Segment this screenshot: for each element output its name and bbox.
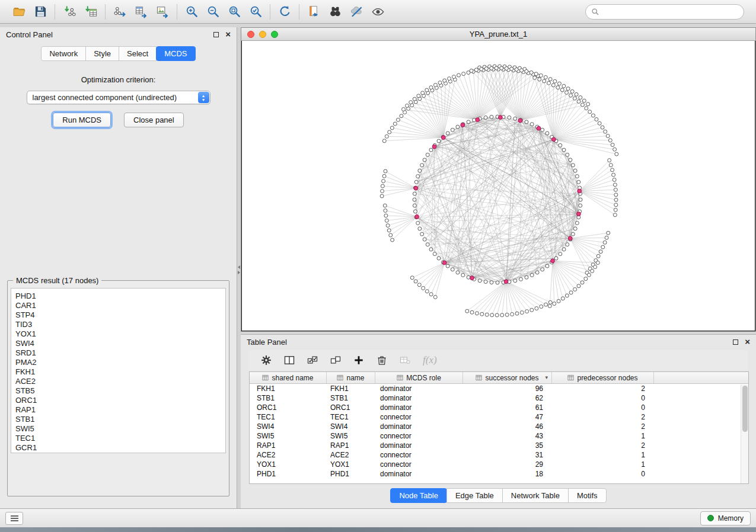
export-network-button[interactable] (110, 3, 130, 21)
zoom-in-button[interactable] (181, 3, 202, 21)
memory-label: Memory (718, 514, 744, 523)
column-header-predecessor-nodes[interactable]: predecessor nodes (552, 372, 654, 383)
table-row[interactable]: PHD1PHD1dominator180 (250, 469, 748, 479)
close-table-panel-icon[interactable]: × (745, 339, 750, 345)
panel-splitter[interactable] (237, 27, 241, 508)
zoom-in-icon (185, 5, 199, 18)
mcds-result-item[interactable]: CAR1 (15, 301, 225, 310)
tab-motifs[interactable]: Motifs (568, 488, 607, 503)
tab-select[interactable]: Select (119, 46, 157, 61)
mcds-result-item[interactable]: GCR1 (15, 443, 225, 453)
table-row[interactable]: ORC1ORC1dominator610 (250, 403, 748, 412)
column-header-label: name (346, 374, 364, 382)
table-settings-button[interactable] (260, 354, 273, 367)
delete-column-button[interactable] (375, 354, 388, 367)
window-minimize-icon[interactable] (259, 31, 266, 38)
table-scrollbar[interactable] (741, 384, 748, 483)
table-row[interactable]: SWI4SWI4dominator462 (250, 422, 748, 431)
mcds-result-item[interactable]: STB5 (15, 386, 225, 396)
unchecked-boxes-icon (330, 354, 342, 366)
table-cell: connector (375, 460, 463, 469)
window-maximize-icon[interactable] (271, 31, 278, 38)
mcds-result-item[interactable]: SRD1 (15, 348, 225, 358)
table-cell: SWI5 (250, 432, 327, 440)
table-cell: STB1 (250, 394, 327, 402)
table-scrollbar-thumb[interactable] (742, 386, 748, 432)
deselect-all-columns-button[interactable] (329, 354, 342, 367)
control-panel-tabs: Network Style Select MCDS (0, 46, 237, 61)
close-panel-button[interactable]: Close panel (124, 113, 184, 127)
mcds-result-item[interactable]: STB1 (15, 415, 225, 424)
export-table-button[interactable] (131, 3, 151, 21)
criterion-dropdown[interactable]: largest connected component (undirected)… (27, 91, 210, 104)
mcds-result-item[interactable]: PHD1 (15, 291, 225, 301)
zoom-fit-button[interactable] (224, 3, 244, 21)
select-all-columns-button[interactable] (306, 354, 319, 367)
table-cell: dominator (375, 394, 463, 402)
run-mcds-button[interactable]: Run MCDS (53, 113, 111, 127)
float-table-panel-icon[interactable] (733, 339, 738, 345)
mcds-result-title: MCDS result (17 nodes) (13, 276, 101, 285)
mcds-result-item[interactable]: SWI4 (15, 339, 225, 348)
share-document-button[interactable] (304, 3, 324, 21)
window-close-icon[interactable] (247, 31, 254, 38)
table-cell: 47 (463, 413, 552, 421)
create-column-button[interactable] (352, 354, 365, 367)
import-table-button[interactable] (81, 3, 101, 21)
table-row[interactable]: YOX1YOX1connector291 (250, 460, 748, 469)
column-header-shared-name[interactable]: shared name (250, 372, 327, 383)
table-row[interactable]: STB1STB1dominator620 (250, 393, 748, 403)
table-cell: FKH1 (327, 384, 375, 393)
tab-node-table[interactable]: Node Table (390, 488, 447, 503)
tab-style[interactable]: Style (85, 46, 119, 61)
column-header-successor-nodes[interactable]: successor nodes▾ (463, 372, 552, 383)
table-cell: dominator (375, 441, 463, 450)
mcds-result-item[interactable]: ORC1 (15, 396, 225, 405)
clear-style-button[interactable] (346, 3, 366, 21)
table-row[interactable]: FKH1FKH1dominator962 (250, 384, 748, 393)
first-neighbors-button[interactable] (325, 3, 345, 21)
mcds-result-item[interactable]: ACE2 (15, 377, 225, 386)
open-session-button[interactable] (9, 3, 29, 21)
tab-network[interactable]: Network (41, 46, 86, 61)
mcds-result-item[interactable]: YOX1 (15, 329, 225, 339)
search-input[interactable] (603, 8, 738, 16)
status-menu-button[interactable] (5, 512, 23, 525)
export-image-button[interactable] (152, 3, 173, 21)
import-network-button[interactable] (59, 3, 79, 21)
table-row[interactable]: SWI5SWI5connector431 (250, 431, 748, 441)
save-session-button[interactable] (30, 3, 50, 21)
table-cell: 46 (463, 422, 552, 431)
table-row[interactable]: ACE2ACE2connector311 (250, 450, 748, 460)
mcds-result-item[interactable]: PMA2 (15, 358, 225, 367)
mcds-result-item[interactable]: SWI5 (15, 424, 225, 434)
zoom-selected-button[interactable] (245, 3, 266, 21)
column-header-MCDS-role[interactable]: MCDS role (375, 372, 463, 383)
table-cell: 2 (552, 413, 654, 421)
memory-button[interactable]: Memory (700, 511, 751, 525)
control-panel: Control Panel × Network Style Select MCD… (0, 27, 237, 508)
binoculars-icon (328, 5, 342, 18)
column-header-name[interactable]: name (327, 372, 375, 383)
table-row[interactable]: TEC1TEC1connector472 (250, 412, 748, 422)
table-cell: YOX1 (327, 460, 375, 469)
search-field[interactable] (585, 4, 744, 20)
network-canvas[interactable] (242, 41, 755, 331)
apply-layout-button[interactable] (275, 3, 295, 21)
mcds-result-item[interactable]: STP4 (15, 310, 225, 320)
mcds-result-item[interactable]: FKH1 (15, 367, 225, 377)
zoom-out-button[interactable] (203, 3, 223, 21)
mcds-result-item[interactable]: RAP1 (15, 405, 225, 415)
tab-edge-table[interactable]: Edge Table (446, 488, 503, 503)
tab-network-table[interactable]: Network Table (502, 488, 569, 503)
table-row[interactable]: RAP1RAP1dominator352 (250, 441, 748, 450)
trash-icon (376, 354, 388, 366)
mcds-result-item[interactable]: TEC1 (15, 434, 225, 443)
mcds-result-item[interactable]: TID3 (15, 320, 225, 329)
show-columns-button[interactable] (283, 354, 296, 367)
show-details-button[interactable] (368, 3, 388, 21)
close-panel-icon[interactable]: × (225, 31, 231, 37)
tab-mcds[interactable]: MCDS (156, 46, 195, 61)
splitter-collapse-icon[interactable] (237, 263, 241, 276)
float-panel-icon[interactable] (213, 32, 219, 37)
